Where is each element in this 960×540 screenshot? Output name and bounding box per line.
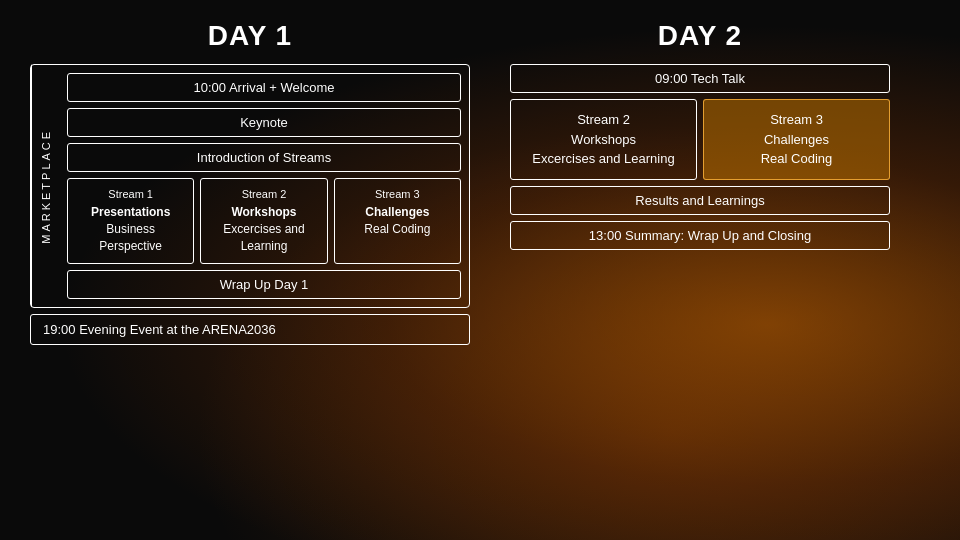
summary-row: 13:00 Summary: Wrap Up and Closing (510, 221, 890, 250)
day1-stream1-box: Stream 1 Presentations Business Perspect… (67, 178, 194, 264)
day2-streams-row: Stream 2 Workshops Excercises and Learni… (510, 99, 890, 180)
day1-stream2-box: Stream 2 Workshops Excercises and Learni… (200, 178, 327, 264)
day1-stream3-header: Stream 3 (341, 187, 454, 202)
marketplace-label: MARKETPLACE (31, 65, 59, 307)
intro-row: Introduction of Streams (67, 143, 461, 172)
day1-stream2-header: Stream 2 (207, 187, 320, 202)
day1-stream2-bold: Workshops (231, 205, 296, 219)
main-content: DAY 1 MARKETPLACE 10:00 Arrival + Welcom… (0, 0, 960, 540)
day2-stream3-bold: Challenges (712, 130, 881, 150)
day2-stream3-box: Stream 3 Challenges Real Coding (703, 99, 890, 180)
day2-stream3-sub: Real Coding (712, 149, 881, 169)
evening-row: 19:00 Evening Event at the ARENA2036 (30, 314, 470, 345)
day1-stream1-sub: Business Perspective (99, 222, 162, 253)
day1-stream3-sub: Real Coding (364, 222, 430, 236)
day2-title: DAY 2 (658, 20, 742, 52)
day1-stream2-sub: Excercises and Learning (223, 222, 304, 253)
day1-outer-box: MARKETPLACE 10:00 Arrival + Welcome Keyn… (30, 64, 470, 308)
day1-stream3-box: Stream 3 Challenges Real Coding (334, 178, 461, 264)
day2-stream2-box: Stream 2 Workshops Excercises and Learni… (510, 99, 697, 180)
day1-streams-row: Stream 1 Presentations Business Perspect… (67, 178, 461, 264)
arrival-row: 10:00 Arrival + Welcome (67, 73, 461, 102)
day1-stream3-bold: Challenges (365, 205, 429, 219)
day1-stream1-header: Stream 1 (74, 187, 187, 202)
day2-stream2-bold: Workshops (519, 130, 688, 150)
results-row: Results and Learnings (510, 186, 890, 215)
day1-inner: 10:00 Arrival + Welcome Keynote Introduc… (59, 65, 469, 307)
day1-title: DAY 1 (208, 20, 292, 52)
wrapup-row: Wrap Up Day 1 (67, 270, 461, 299)
day2-stream2-header: Stream 2 (519, 110, 688, 130)
day2-stream3-header: Stream 3 (712, 110, 881, 130)
day1-column: DAY 1 MARKETPLACE 10:00 Arrival + Welcom… (30, 20, 470, 520)
day2-column: DAY 2 09:00 Tech Talk Stream 2 Workshops… (510, 20, 890, 520)
day1-stream1-bold: Presentations (91, 205, 170, 219)
day2-stream2-sub: Excercises and Learning (519, 149, 688, 169)
tech-talk-row: 09:00 Tech Talk (510, 64, 890, 93)
day2-inner: 09:00 Tech Talk Stream 2 Workshops Excer… (510, 64, 890, 250)
keynote-row: Keynote (67, 108, 461, 137)
